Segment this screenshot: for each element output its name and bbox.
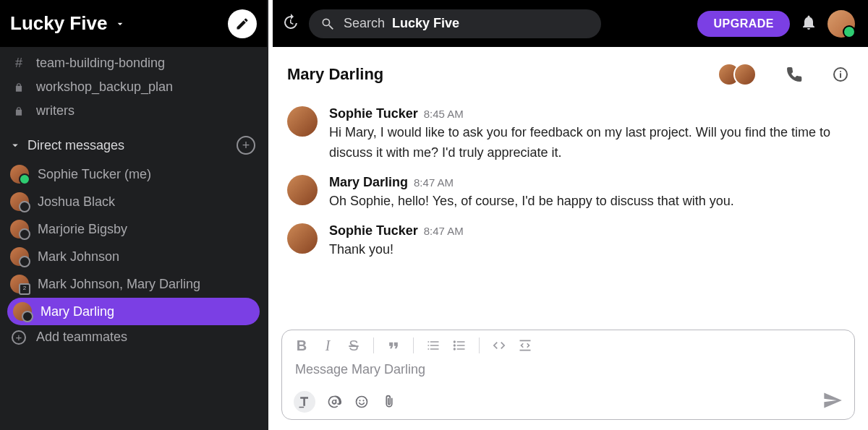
history-button[interactable] (281, 14, 299, 34)
channel-item[interactable]: writers (0, 99, 267, 123)
dm-name: Sophie Tucker (me) (38, 167, 151, 182)
workspace-switcher[interactable]: Lucky Five (10, 12, 126, 35)
history-icon (281, 14, 299, 31)
quote-icon (386, 338, 401, 353)
info-icon (832, 66, 849, 83)
dm-section-label: Direct messages (27, 138, 124, 153)
code-icon (492, 338, 506, 353)
message[interactable]: Sophie Tucker8:45 AMHi Mary, I would lik… (268, 102, 868, 171)
search-icon (320, 17, 335, 31)
add-dm-button[interactable]: + (237, 136, 255, 155)
lock-icon (12, 104, 26, 119)
avatar (10, 165, 29, 184)
message-sender: Mary Darling (329, 175, 408, 189)
sidebar: Lucky Five #team-building-bondingworksho… (0, 0, 268, 430)
send-button[interactable] (822, 390, 843, 413)
message-time: 8:47 AM (414, 176, 454, 189)
profile-avatar[interactable] (827, 10, 855, 38)
at-icon (327, 395, 341, 409)
svg-point-8 (362, 400, 364, 401)
svg-point-2 (840, 71, 841, 72)
ordered-list-button[interactable] (425, 337, 441, 353)
dm-name: Mark Johnson (38, 249, 119, 265)
channel-name: workshop_backup_plan (36, 79, 173, 95)
code-block-button[interactable] (517, 337, 533, 353)
avatar (13, 302, 32, 321)
channel-item[interactable]: workshop_backup_plan (0, 75, 267, 99)
strikethrough-button[interactable]: S (346, 337, 362, 353)
svg-point-6 (357, 397, 367, 408)
italic-button[interactable]: I (320, 337, 336, 353)
workspace-header[interactable]: Lucky Five (0, 0, 267, 47)
dm-section-header[interactable]: Direct messages + (0, 123, 267, 160)
call-button[interactable] (786, 66, 803, 83)
compose-button[interactable] (228, 9, 257, 38)
attach-button[interactable] (380, 393, 398, 410)
message-text: Thank you! (329, 240, 849, 260)
dm-name: Marjorie Bigsby (38, 222, 127, 237)
search-input[interactable]: Search Lucky Five (309, 9, 601, 38)
bullet-list-icon (452, 338, 467, 353)
chevron-down-icon (114, 18, 126, 30)
chevron-down-icon (9, 139, 22, 152)
upgrade-button[interactable]: UPGRADE (697, 11, 790, 37)
emoji-button[interactable] (353, 393, 370, 410)
channel-name: writers (36, 103, 75, 119)
code-button[interactable] (491, 337, 507, 353)
text-style-icon (297, 395, 312, 409)
avatar (10, 275, 29, 293)
notifications-button[interactable] (800, 14, 817, 34)
channel-list: #team-building-bondingworkshop_backup_pl… (0, 51, 267, 123)
dm-name: Mark Johnson, Mary Darling (38, 277, 200, 292)
send-icon (822, 390, 843, 410)
message-text: Oh Sophie, hello! Yes, of course, I'd be… (329, 192, 849, 212)
chat-members[interactable] (725, 63, 757, 86)
message[interactable]: Sophie Tucker8:47 AMThank you! (268, 219, 868, 267)
message-sender: Sophie Tucker (329, 106, 418, 121)
avatar (10, 192, 29, 211)
message[interactable]: Mary Darling8:47 AMOh Sophie, hello! Yes… (268, 171, 868, 219)
svg-point-7 (359, 400, 360, 401)
bold-button[interactable]: B (294, 337, 310, 353)
dm-item[interactable]: Mary Darling (7, 298, 260, 325)
dm-item[interactable]: Sophie Tucker (me) (0, 160, 267, 188)
avatar (733, 63, 757, 86)
message-list[interactable]: Sophie Tucker8:45 AMHi Mary, I would lik… (268, 99, 868, 330)
code-block-icon (518, 338, 532, 353)
bell-icon (800, 14, 817, 31)
bullet-list-button[interactable] (451, 337, 467, 353)
lock-icon (12, 80, 26, 95)
mention-button[interactable] (326, 393, 343, 410)
avatar (287, 106, 318, 137)
emoji-icon (354, 395, 369, 409)
svg-point-3 (454, 340, 456, 343)
paperclip-icon (382, 395, 396, 409)
message-input[interactable] (289, 359, 847, 387)
avatar (287, 223, 318, 254)
svg-point-4 (454, 344, 456, 346)
svg-point-5 (454, 348, 456, 350)
avatar (10, 247, 29, 266)
add-teammates[interactable]: + Add teammates (0, 325, 267, 349)
avatar (10, 220, 29, 238)
info-button[interactable] (832, 66, 849, 83)
text-style-button[interactable] (294, 391, 315, 413)
plus-circle-icon: + (12, 330, 26, 345)
hash-icon: # (12, 56, 26, 71)
ordered-list-icon (426, 338, 441, 353)
message-time: 8:47 AM (424, 225, 464, 237)
pencil-icon (235, 17, 250, 31)
message-text: Hi Mary, I would like to ask you for fee… (329, 123, 849, 163)
dm-item[interactable]: Mark Johnson (0, 243, 267, 270)
channel-item[interactable]: #team-building-bonding (0, 51, 267, 75)
chat-header: Mary Darling (268, 47, 868, 99)
dm-item[interactable]: Marjorie Bigsby (0, 215, 267, 243)
quote-button[interactable] (386, 337, 401, 353)
dm-item[interactable]: Mark Johnson, Mary Darling (0, 270, 267, 298)
avatar (287, 175, 318, 205)
chat-title[interactable]: Mary Darling (287, 65, 716, 84)
phone-icon (786, 66, 803, 83)
dm-list: Sophie Tucker (me)Joshua BlackMarjorie B… (0, 160, 267, 325)
dm-item[interactable]: Joshua Black (0, 188, 267, 215)
workspace-name: Lucky Five (10, 12, 107, 35)
